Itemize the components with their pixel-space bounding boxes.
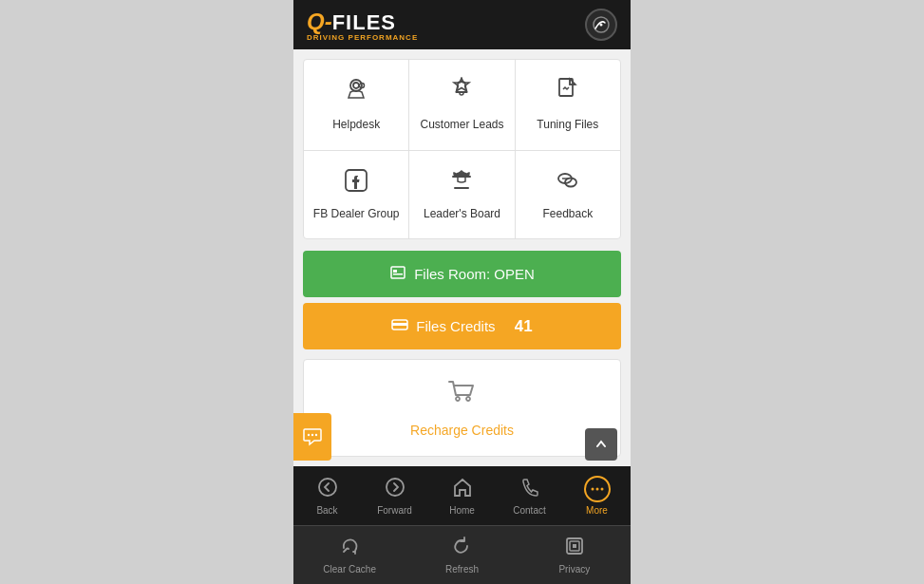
main-content: Helpdesk Customer L (293, 49, 631, 466)
customer-leads-label: Customer Leads (420, 118, 503, 133)
leaders-board-label: Leader's Board (424, 207, 500, 222)
helpdesk-icon (343, 77, 369, 110)
svg-point-29 (595, 488, 598, 491)
app-header: Q- FILES DRIVING PERFORMANCE (293, 0, 631, 49)
fb-dealer-icon (344, 168, 368, 199)
nav-privacy[interactable]: Privacy (519, 526, 631, 584)
logo-top: Q- FILES (307, 9, 418, 35)
tuning-files-icon (556, 77, 579, 110)
svg-point-28 (591, 488, 594, 491)
svg-point-27 (387, 479, 404, 496)
refresh-icon (451, 536, 472, 561)
side-chat-button[interactable] (293, 413, 331, 461)
forward-icon (385, 477, 405, 502)
files-credits-num: 41 (515, 317, 533, 336)
refresh-label: Refresh (445, 564, 479, 575)
logo-sub: DRIVING PERFORMANCE (307, 33, 418, 42)
menu-grid: Helpdesk Customer L (303, 59, 621, 239)
svg-point-1 (600, 24, 603, 27)
home-label: Home (449, 505, 475, 516)
back-icon (317, 477, 338, 502)
logo-text: Q- FILES DRIVING PERFORMANCE (307, 9, 418, 42)
svg-point-2 (353, 83, 359, 88)
fb-dealer-label: FB Dealer Group (313, 207, 400, 222)
recharge-section: Recharge Credits (303, 359, 621, 457)
customer-leads-cell[interactable]: Customer Leads (409, 60, 515, 150)
svg-rect-18 (393, 273, 403, 275)
speedometer-icon (585, 9, 617, 41)
tuning-files-label: Tuning Files (537, 118, 598, 133)
leaders-board-icon (448, 168, 475, 199)
phone-container: Q- FILES DRIVING PERFORMANCE (293, 0, 631, 584)
bottom-navigation: Back Forward Home (293, 466, 631, 584)
main-nav-row: Back Forward Home (293, 466, 631, 525)
svg-rect-17 (393, 270, 397, 273)
svg-point-21 (456, 397, 460, 401)
svg-point-25 (315, 434, 317, 436)
clear-cache-label: Clear Cache (323, 564, 376, 575)
feedback-icon (555, 168, 581, 199)
files-credits-icon (391, 316, 408, 336)
svg-point-30 (600, 488, 603, 491)
privacy-icon (564, 536, 585, 561)
files-room-button[interactable]: Files Room: OPEN (303, 251, 621, 297)
helpdesk-label: Helpdesk (332, 118, 380, 133)
nav-contact[interactable]: Contact (496, 467, 563, 525)
svg-rect-9 (454, 187, 469, 189)
grid-row-2: FB Dealer Group (304, 151, 620, 239)
files-room-label: Files Room: OPEN (414, 266, 535, 282)
nav-refresh[interactable]: Refresh (405, 526, 518, 584)
svg-point-26 (319, 479, 336, 496)
grid-row-1: Helpdesk Customer L (304, 60, 620, 151)
logo-files: FILES (332, 10, 396, 35)
files-credits-label: Files Credits (416, 318, 495, 334)
privacy-label: Privacy (558, 564, 590, 575)
scroll-top-button[interactable] (585, 428, 617, 461)
more-icon (584, 476, 611, 502)
svg-rect-20 (392, 323, 407, 326)
contact-icon (519, 477, 540, 502)
svg-point-15 (566, 178, 568, 179)
files-room-icon (389, 264, 406, 284)
svg-rect-33 (573, 544, 576, 548)
svg-point-24 (311, 434, 313, 436)
helpdesk-cell[interactable]: Helpdesk (304, 60, 409, 150)
svg-point-13 (562, 178, 564, 179)
logo-q: Q- (307, 9, 332, 35)
recharge-cart-icon (447, 378, 478, 413)
nav-forward[interactable]: Forward (361, 467, 428, 525)
tuning-files-cell[interactable]: Tuning Files (516, 60, 620, 150)
more-label: More (586, 505, 608, 516)
customer-leads-icon (449, 77, 474, 110)
files-credits-button[interactable]: Files Credits 41 (303, 303, 621, 349)
feedback-cell[interactable]: Feedback (516, 151, 620, 239)
back-label: Back (316, 505, 337, 516)
secondary-nav-row: Clear Cache Refresh (293, 525, 631, 584)
svg-point-23 (308, 434, 310, 436)
nav-more[interactable]: More (563, 466, 631, 525)
clear-cache-icon (339, 536, 360, 561)
fb-dealer-cell[interactable]: FB Dealer Group (304, 151, 409, 239)
contact-label: Contact (513, 505, 545, 516)
svg-point-14 (564, 178, 566, 179)
forward-label: Forward (377, 505, 412, 516)
nav-clear-cache[interactable]: Clear Cache (293, 526, 405, 584)
nav-home[interactable]: Home (428, 467, 496, 525)
nav-back[interactable]: Back (293, 467, 361, 525)
svg-point-22 (466, 397, 470, 401)
recharge-credits-label[interactable]: Recharge Credits (410, 423, 514, 438)
leaders-board-cell[interactable]: Leader's Board (409, 151, 515, 239)
feedback-label: Feedback (542, 207, 593, 222)
home-icon (452, 477, 473, 502)
logo: Q- FILES DRIVING PERFORMANCE (307, 9, 418, 42)
